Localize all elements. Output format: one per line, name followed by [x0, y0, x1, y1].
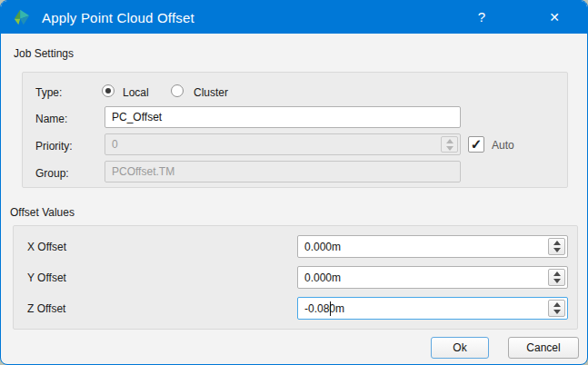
z-offset-spinbox[interactable]: -0.080m: [297, 297, 568, 320]
name-value: PC_Offset: [105, 111, 460, 123]
dialog-body: Job Settings Type: Local Cluster Name: P…: [1, 34, 587, 365]
name-label: Name:: [35, 113, 67, 125]
offset-values-groupbox: X Offset 0.000m Y Offset 0.000m Z Offset: [13, 225, 578, 330]
spin-up-icon[interactable]: [553, 302, 561, 307]
title-bar[interactable]: Apply Point Cloud Offset ? ✕: [1, 1, 587, 34]
radio-local-label[interactable]: Local: [123, 86, 149, 99]
x-offset-label: X Offset: [27, 241, 66, 253]
priority-spin-buttons: [441, 136, 458, 153]
ok-button[interactable]: Ok: [431, 337, 489, 359]
spin-up-icon: [446, 139, 453, 143]
x-offset-spin-buttons[interactable]: [548, 238, 565, 255]
offset-values-section-title: Offset Values: [10, 206, 75, 219]
radio-cluster-label[interactable]: Cluster: [194, 86, 228, 99]
radio-local[interactable]: [102, 84, 115, 97]
auto-checkbox-label[interactable]: Auto: [492, 139, 514, 152]
y-offset-spin-buttons[interactable]: [548, 269, 565, 286]
z-offset-spin-buttons[interactable]: [548, 300, 565, 317]
group-label: Group:: [35, 167, 69, 180]
window-title: Apply Point Cloud Offset: [42, 10, 194, 25]
type-label: Type:: [35, 86, 62, 99]
x-offset-spinbox[interactable]: 0.000m: [297, 235, 568, 258]
help-button[interactable]: ?: [466, 1, 497, 34]
group-input: PCOffset.TM: [105, 161, 461, 182]
y-offset-label: Y Offset: [27, 271, 66, 284]
radio-dot: [105, 88, 111, 94]
apply-point-cloud-offset-dialog: Apply Point Cloud Offset ? ✕ Job Setting…: [0, 0, 588, 365]
cancel-button[interactable]: Cancel: [508, 337, 579, 359]
y-offset-spinbox[interactable]: 0.000m: [297, 266, 568, 289]
priority-value: 0: [105, 138, 441, 151]
spin-down-icon[interactable]: [553, 248, 561, 252]
close-icon[interactable]: ✕: [539, 1, 570, 34]
spin-up-icon[interactable]: [553, 271, 561, 276]
auto-checkbox[interactable]: ✓: [468, 136, 484, 153]
job-settings-groupbox: Type: Local Cluster Name: PC_Offset Prio…: [22, 72, 568, 188]
text-caret: [330, 301, 331, 316]
spin-down-icon[interactable]: [553, 310, 561, 314]
spin-down-icon[interactable]: [553, 279, 561, 283]
app-icon: [12, 7, 32, 27]
job-settings-section-title: Job Settings: [14, 47, 74, 60]
z-offset-label: Z Offset: [27, 302, 65, 315]
name-input[interactable]: PC_Offset: [105, 106, 461, 128]
radio-cluster[interactable]: [171, 84, 184, 97]
x-offset-value: 0.000m: [298, 241, 548, 253]
group-value: PCOffset.TM: [105, 165, 460, 178]
priority-label: Priority:: [35, 140, 73, 153]
priority-spinbox: 0: [105, 133, 461, 155]
z-offset-value: -0.080m: [298, 302, 548, 315]
y-offset-value: 0.000m: [298, 271, 548, 284]
spin-up-icon[interactable]: [553, 241, 561, 245]
spin-down-icon: [446, 146, 453, 151]
